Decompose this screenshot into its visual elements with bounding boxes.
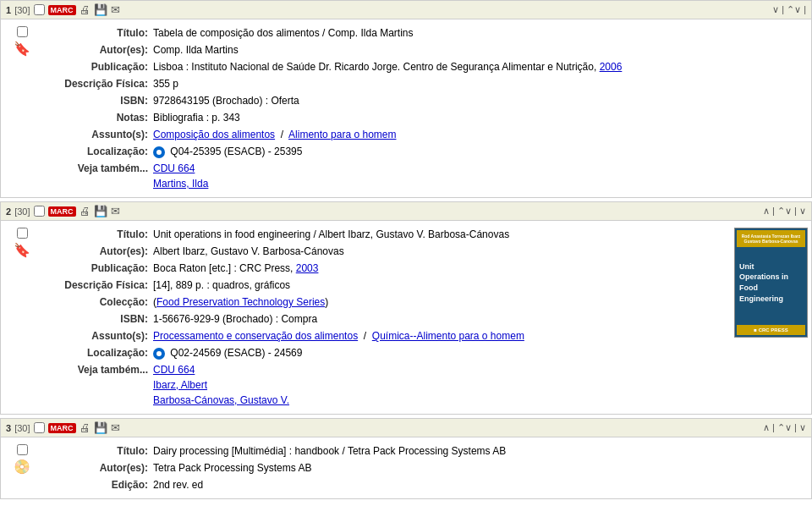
record-1: 1 [30] MARC 🖨 💾 ✉ ∨ | ⌃∨ | 🔖 Título: Tab… (0, 0, 812, 198)
descricao-label-2: Descrição Física: (43, 278, 153, 293)
email-icon-3[interactable]: ✉ (111, 421, 120, 434)
edicao-label-3: Edição: (43, 477, 153, 492)
record-2-coleccao-row: Colecção: (Food Preservation Technology … (43, 294, 731, 311)
record-1-localizacao-row: Localização: Q04-25395 (ESACB) - 25395 (43, 143, 811, 160)
veja-link-1-1[interactable]: CDU 664 (153, 162, 195, 174)
record-2-veja-row: Veja também... CDU 664 Ibarz, Albert Bar… (43, 361, 731, 409)
record-2-checkbox-header[interactable] (34, 206, 45, 217)
descricao-label-1: Descrição Física: (43, 76, 153, 91)
email-icon-1[interactable]: ✉ (111, 3, 120, 16)
book-cover-2: Rod Anastasia Torrezan IbarzGustavo Barb… (734, 228, 808, 338)
autores-value-2: Albert Ibarz, Gustavo V. Barbosa-Cánovas (153, 244, 731, 259)
record-1-body: 🔖 Título: Tabela de composição dos alime… (1, 19, 811, 197)
record-2-checkboxes: 🔖 (1, 224, 43, 410)
bookmark-icon-3[interactable]: 📀 (14, 459, 30, 475)
record-3-num: 3 (6, 423, 11, 433)
record-2-autores-row: Autor(es): Albert Ibarz, Gustavo V. Barb… (43, 243, 731, 260)
marc-badge-3[interactable]: MARC (48, 423, 76, 433)
publicacao-value-1: Lisboa : Instituto Nacional de Saúde Dr.… (153, 59, 811, 74)
localizacao-label-2: Localização: (43, 345, 153, 360)
notas-label-1: Notas: (43, 110, 153, 125)
autores-value-3: Tetra Pack Processing Systems AB (153, 460, 811, 476)
autores-label-2: Autor(es): (43, 244, 153, 259)
assuntos-label-1: Assunto(s): (43, 127, 153, 142)
bookmark-icon-1[interactable]: 🔖 (14, 41, 30, 57)
assunto-link-1-2[interactable]: Alimento para o homem (288, 129, 396, 140)
record-1-nav[interactable]: ∨ | ⌃∨ | (772, 4, 806, 15)
record-3-edicao-row: Edição: 2nd rev. ed (43, 476, 811, 493)
marc-badge-1[interactable]: MARC (48, 5, 76, 15)
isbn-value-2: 1-56676-929-9 (Brochado) : Compra (153, 311, 731, 327)
record-1-titulo-row: Título: Tabela de composição dos aliment… (43, 25, 811, 41)
record-1-select-checkbox[interactable] (17, 26, 28, 37)
record-2-header-right: ∧ | ⌃∨ | ∨ (763, 206, 806, 217)
book-cover-top-2: Rod Anastasia Torrezan IbarzGustavo Barb… (737, 230, 805, 247)
publicacao-link-1[interactable]: 2006 (600, 61, 623, 73)
print-icon-3[interactable]: 🖨 (80, 421, 91, 434)
bookmark-icon-2[interactable]: 🔖 (14, 242, 30, 258)
save-icon-3[interactable]: 💾 (94, 421, 107, 434)
record-2-select-checkbox[interactable] (17, 228, 28, 239)
veja-link-2-3[interactable]: Barbosa-Cánovas, Gustavo V. (153, 394, 289, 406)
veja-link-2-2[interactable]: Ibarz, Albert (153, 379, 207, 391)
veja-link-2-1[interactable]: CDU 664 (153, 364, 195, 376)
veja-value-2: CDU 664 Ibarz, Albert Barbosa-Cánovas, G… (153, 362, 731, 408)
isbn-label-1: ISBN: (43, 93, 153, 108)
record-1-header-left: 1 [30] MARC 🖨 💾 ✉ (6, 3, 120, 16)
save-icon-1[interactable]: 💾 (94, 3, 107, 16)
record-1-count: [30] (14, 5, 30, 15)
record-2-count: [30] (14, 206, 30, 217)
veja-label-1: Veja também... (43, 161, 153, 191)
descricao-value-2: [14], 889 p. : quadros, gráficos (153, 278, 731, 293)
location-icon-1 (153, 146, 165, 158)
record-2-localizacao-row: Localização: Q02-24569 (ESACB) - 24569 (43, 344, 731, 361)
book-title-text-2: UnitOperations inFoodEngineering (739, 261, 788, 304)
marc-badge-2[interactable]: MARC (48, 206, 76, 217)
notas-value-1: Bibliografia : p. 343 (153, 110, 811, 125)
record-2-body: 🔖 Título: Unit operations in food engine… (1, 221, 811, 414)
coleccao-label-2: Colecção: (43, 294, 153, 310)
crc-press-label: ■ CRC PRESS (737, 325, 805, 335)
record-3-header: 3 [30] MARC 🖨 💾 ✉ ∧ | ⌃∨ | ∨ (1, 419, 811, 437)
record-1-header: 1 [30] MARC 🖨 💾 ✉ ∨ | ⌃∨ | (1, 1, 811, 19)
publicacao-label-1: Publicação: (43, 59, 153, 74)
record-2-header-left: 2 [30] MARC 🖨 💾 ✉ (6, 205, 120, 217)
record-3-count: [30] (14, 423, 30, 433)
assunto-link-2-1[interactable]: Processamento e conservação dos alimento… (153, 330, 358, 342)
record-3-header-right: ∧ | ⌃∨ | ∨ (763, 422, 806, 433)
titulo-value-3: Dairy processing [Multimédia] : handbook… (153, 443, 811, 459)
record-3-header-left: 3 [30] MARC 🖨 💾 ✉ (6, 421, 120, 434)
record-1-checkbox-header[interactable] (34, 4, 45, 15)
coleccao-link-2[interactable]: Food Preservation Technology Series (156, 296, 325, 308)
record-1-checkboxes: 🔖 (1, 23, 43, 194)
veja-link-1-2[interactable]: Martins, Ilda (153, 178, 208, 190)
assunto-link-2-2[interactable]: Química--Alimento para o homem (372, 330, 524, 342)
record-1-num: 1 (6, 5, 11, 15)
record-1-isbn-row: ISBN: 9728643195 (Brochado) : Oferta (43, 92, 811, 109)
record-2-nav[interactable]: ∧ | ⌃∨ | ∨ (763, 206, 806, 217)
print-icon-1[interactable]: 🖨 (80, 3, 91, 16)
titulo-label-2: Título: (43, 227, 153, 242)
titulo-value-2: Unit operations in food engineering / Al… (153, 227, 731, 242)
record-3-checkboxes: 📀 (1, 441, 43, 495)
isbn-label-2: ISBN: (43, 311, 153, 327)
record-3-fields: Título: Dairy processing [Multimédia] : … (43, 441, 811, 495)
assunto-link-1-1[interactable]: Composição dos alimentos (153, 129, 275, 140)
email-icon-2[interactable]: ✉ (111, 205, 120, 217)
localizacao-value-2: Q02-24569 (ESACB) - 24569 (153, 345, 731, 360)
record-2-assuntos-row: Assunto(s): Processamento e conservação … (43, 327, 731, 344)
isbn-value-1: 9728643195 (Brochado) : Oferta (153, 93, 811, 108)
publicacao-value-2: Boca Raton [etc.] : CRC Press, 2003 (153, 261, 731, 276)
record-3-nav[interactable]: ∧ | ⌃∨ | ∨ (763, 422, 806, 433)
publicacao-label-2: Publicação: (43, 261, 153, 276)
autores-label-1: Autor(es): (43, 42, 153, 58)
print-icon-2[interactable]: 🖨 (80, 205, 91, 217)
titulo-label-1: Título: (43, 25, 153, 41)
record-2-thumbnail: Rod Anastasia Torrezan IbarzGustavo Barb… (731, 224, 811, 410)
record-1-autores-row: Autor(es): Comp. Ilda Martins (43, 41, 811, 58)
record-2-isbn-row: ISBN: 1-56676-929-9 (Brochado) : Compra (43, 311, 731, 327)
record-3-checkbox-header[interactable] (34, 422, 45, 433)
save-icon-2[interactable]: 💾 (94, 205, 107, 217)
record-3-select-checkbox[interactable] (17, 444, 28, 455)
publicacao-link-2[interactable]: 2003 (296, 262, 319, 274)
